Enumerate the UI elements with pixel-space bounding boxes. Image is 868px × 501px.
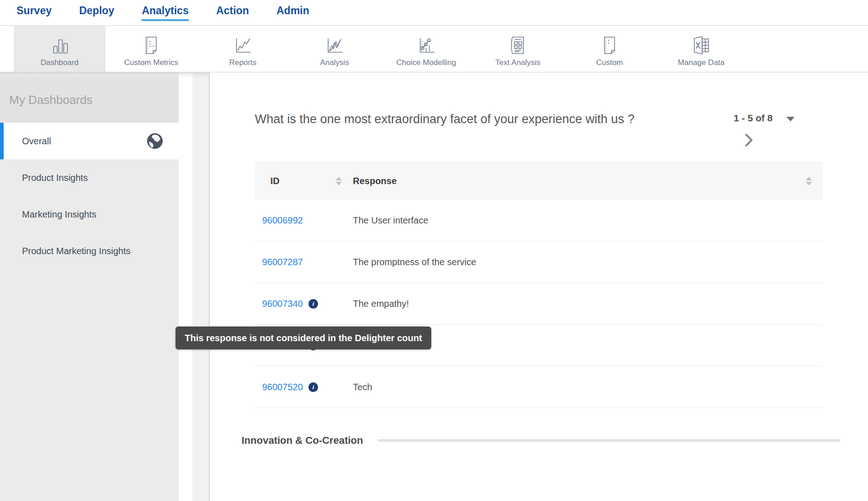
analysis-multiline-icon [324, 33, 346, 57]
tab-custom[interactable]: Custom [564, 26, 655, 72]
globe-icon [147, 133, 163, 149]
pagination: 1 - 5 of 8 [734, 109, 795, 147]
tab-label: Text Analysis [495, 58, 540, 67]
custom-doc-icon [599, 33, 621, 57]
section-divider [378, 439, 841, 442]
table-row: 96007340 i The empathy! [255, 283, 823, 325]
tab-label: Reports [229, 58, 257, 67]
sidebar-item-product-insights[interactable]: Product Insights [0, 159, 179, 196]
responses-table: ID Response 96006992 The User interface [255, 162, 823, 408]
dashboard-list: Overall Product Insights Marketing Insig… [0, 123, 179, 269]
nav-item-analytics[interactable]: Analytics [142, 5, 188, 21]
sidebar-gutter [179, 72, 192, 501]
tab-manage-data[interactable]: Manage Data [655, 26, 747, 72]
sidebar-item-label: Overall [22, 136, 51, 147]
text-analysis-doc-grid-icon [507, 33, 529, 57]
response-id-link[interactable]: 96007287 [262, 257, 303, 267]
response-id-link[interactable]: 96006992 [262, 215, 303, 226]
column-header-id: ID [270, 176, 280, 186]
tab-dashboard[interactable]: Dashboard [14, 26, 105, 72]
sidebar-item-marketing-insights[interactable]: Marketing Insights [0, 196, 179, 233]
sidebar-item-label: Marketing Insights [22, 209, 96, 220]
scrollbar-track[interactable] [192, 72, 209, 501]
pagination-range-label: 1 - 5 of 8 [734, 113, 773, 124]
tab-label: Custom Metrics [124, 58, 178, 67]
response-id-link[interactable]: 96007520 [262, 382, 303, 392]
table-row: 96006992 The User interface [255, 200, 823, 241]
tab-label: Manage Data [678, 58, 725, 67]
tab-custom-metrics[interactable]: Custom Metrics [105, 26, 197, 72]
sidebar-item-label: Product Marketing Insights [22, 246, 131, 256]
tab-label: Dashboard [40, 58, 78, 67]
response-id-link[interactable]: 96007340 [262, 299, 303, 309]
nav-item-admin[interactable]: Admin [276, 5, 309, 21]
sidebar-item-product-marketing-insights[interactable]: Product Marketing Insights [0, 233, 179, 269]
info-icon[interactable]: i [308, 299, 318, 309]
pagination-range-dropdown[interactable]: 1 - 5 of 8 [734, 113, 795, 124]
nav-item-deploy[interactable]: Deploy [79, 5, 115, 21]
question-title: What is the one most extraordinary facet… [255, 109, 634, 129]
section-header: Innovation & Co-Creation [242, 435, 841, 447]
table-row: 96007287 The promptness of the service [255, 241, 823, 283]
tab-label: Analysis [320, 58, 349, 67]
sidebar-item-overall[interactable]: Overall [0, 123, 179, 159]
sort-icon[interactable] [806, 177, 812, 185]
sort-icon[interactable] [335, 177, 342, 185]
response-text: The promptness of the service [353, 257, 823, 267]
bar-chart-icon [49, 33, 71, 57]
excel-grid-icon [690, 33, 712, 57]
tab-analysis[interactable]: Analysis [289, 26, 380, 72]
dashboard-content: What is the one most extraordinary facet… [209, 72, 868, 501]
response-text: The User interface [353, 215, 823, 226]
section-title: Innovation & Co-Creation [242, 435, 363, 447]
table-row: 96007520 i Tech [255, 366, 823, 408]
caret-down-icon [786, 117, 795, 121]
sidebar-item-label: Product Insights [22, 173, 88, 183]
custom-metrics-doc-icon [140, 33, 162, 57]
tab-label: Choice Modelling [396, 58, 456, 67]
column-header-response: Response [353, 176, 397, 186]
dashboards-sidebar: My Dashboards Overall Product Insights M… [0, 72, 179, 501]
tab-reports[interactable]: Reports [197, 26, 289, 72]
nav-item-action[interactable]: Action [216, 5, 249, 21]
sidebar-header: My Dashboards [0, 77, 179, 123]
analytics-toolbar: Dashboard Custom Metrics Reports Analysi… [0, 26, 868, 72]
tab-text-analysis[interactable]: Text Analysis [472, 26, 564, 72]
app-window: Survey Deploy Analytics Action Admin Das… [0, 0, 868, 501]
response-text: Tech [353, 382, 823, 392]
info-icon[interactable]: i [308, 382, 318, 392]
reports-line-chart-icon [232, 33, 254, 57]
choice-modelling-scatter-icon [415, 33, 437, 57]
tab-choice-modelling[interactable]: Choice Modelling [380, 26, 472, 72]
tab-label: Custom [596, 58, 623, 67]
delighter-tooltip: This response is not considered in the D… [176, 327, 431, 349]
top-nav: Survey Deploy Analytics Action Admin [0, 0, 868, 26]
response-text: The empathy! [353, 299, 823, 309]
table-header-row: ID Response [255, 162, 823, 200]
nav-item-survey[interactable]: Survey [16, 5, 52, 21]
next-page-button[interactable] [744, 133, 758, 147]
